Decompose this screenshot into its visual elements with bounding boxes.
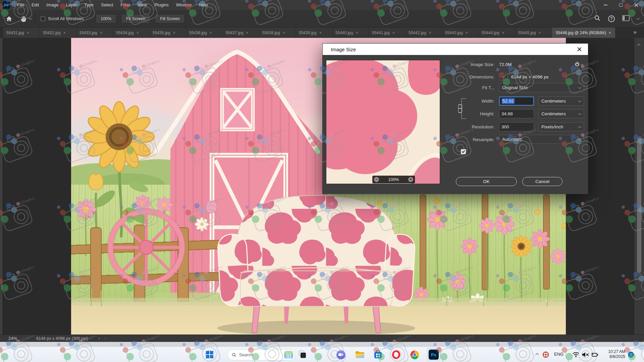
tab-close-icon[interactable]: × — [100, 31, 102, 35]
height-unit-dropdown[interactable]: Centimeters — [538, 109, 584, 118]
panel-rail — [634, 38, 644, 335]
ok-button[interactable]: OK — [456, 177, 517, 186]
cancel-button[interactable]: Cancel — [522, 177, 562, 186]
zoom-level[interactable]: 24% — [8, 336, 17, 341]
tab-close-icon[interactable]: × — [319, 31, 322, 35]
document-tab[interactable]: 55432.jpg × — [40, 27, 76, 38]
height-input[interactable]: 34.68 — [499, 109, 534, 118]
menu-item[interactable]: Layer — [62, 0, 81, 10]
resolution-unit-dropdown[interactable]: Pixels/Inch — [538, 122, 584, 131]
menu-item[interactable]: Edit — [28, 0, 43, 10]
scroll-all-windows-checkbox[interactable] — [41, 16, 45, 21]
tab-close-icon[interactable]: × — [609, 31, 611, 35]
menu-item[interactable]: File — [13, 0, 28, 10]
tab-close-icon[interactable]: × — [466, 31, 468, 35]
document-tab[interactable]: 55446.jpg @ 24% (RGB/8#) × — [552, 27, 615, 38]
workspace-icon[interactable] — [622, 15, 630, 22]
width-unit-dropdown[interactable]: Centimeters — [538, 97, 584, 106]
tab-close-icon[interactable]: × — [283, 31, 285, 35]
image-size-value: 72.0M — [499, 62, 512, 67]
tab-overflow-icon[interactable]: » — [634, 29, 637, 36]
document-tab[interactable]: 55433.jpg × — [76, 27, 113, 38]
tab-close-icon[interactable]: × — [27, 31, 29, 35]
document-tab[interactable]: 55435.jpg × — [150, 27, 186, 38]
wifi-icon[interactable] — [571, 350, 581, 360]
collapse-panel-icon[interactable] — [638, 42, 640, 48]
svg-text:AxGraph-ir: AxGraph-ir — [581, 198, 600, 206]
tab-close-icon[interactable]: × — [63, 31, 66, 35]
fit-to-dropdown[interactable]: Original Size — [499, 83, 584, 92]
menu-item[interactable]: Plugins — [151, 0, 172, 10]
opera-button[interactable] — [391, 350, 401, 360]
zoom-100-button[interactable]: 100% — [96, 14, 116, 23]
fit-screen-button[interactable]: Fit Screen — [121, 14, 150, 23]
menu-item[interactable]: Filter — [117, 0, 134, 10]
fill-screen-button[interactable]: Fill Screen — [155, 14, 185, 23]
menu-item[interactable]: Select — [97, 0, 117, 10]
document-tab[interactable]: 55442.jpg × — [406, 27, 442, 38]
scrollbar-thumb[interactable] — [637, 137, 641, 273]
photoshop-taskbar-button[interactable]: Ps — [429, 350, 439, 360]
document-tab[interactable]: 55439.jpg × — [296, 27, 332, 38]
notification-badge[interactable]: 2 — [628, 352, 634, 358]
tab-close-icon[interactable]: × — [502, 31, 504, 35]
tray-recorder-icon[interactable] — [541, 350, 551, 360]
document-tab[interactable]: 55444.jpg × — [479, 27, 515, 38]
microsoft-store-button[interactable] — [373, 350, 383, 360]
taskbar-search[interactable]: Search — [227, 349, 295, 360]
menu-item[interactable]: Type — [80, 0, 97, 10]
tab-close-icon[interactable]: × — [392, 31, 395, 35]
document-tab[interactable]: 55445.jpg × — [515, 27, 552, 38]
tool-preset-chevron-icon[interactable] — [29, 16, 32, 20]
workspace-chevron-icon[interactable] — [637, 16, 640, 20]
minimize-button[interactable] — [598, 0, 613, 10]
volume-muted-icon[interactable] — [580, 350, 590, 360]
zoom-in-button[interactable]: + — [408, 177, 413, 182]
status-menu-arrow-icon[interactable]: › — [98, 336, 100, 341]
task-view-button[interactable] — [298, 350, 308, 360]
tab-close-icon[interactable]: × — [356, 31, 358, 35]
taskbar-clock[interactable]: 10:27 AM 8/8/2025 — [599, 349, 625, 359]
document-tab[interactable]: 55436.jpg × — [186, 27, 223, 38]
language-indicator[interactable]: ENG — [554, 352, 564, 357]
tab-close-icon[interactable]: × — [173, 31, 175, 35]
home-icon[interactable] — [5, 15, 13, 22]
dialog-options-gear-icon[interactable] — [574, 62, 583, 67]
close-window-button[interactable] — [629, 0, 644, 10]
maximize-button[interactable] — [613, 0, 629, 10]
document-tab[interactable]: 55440.jpg × — [332, 27, 369, 38]
tab-close-icon[interactable]: × — [246, 31, 249, 35]
tab-close-icon[interactable]: × — [429, 31, 431, 35]
chat-app-button[interactable] — [336, 350, 346, 360]
battery-icon[interactable] — [590, 350, 600, 360]
dialog-close-button[interactable] — [574, 44, 585, 55]
document-tab[interactable]: 55431.jpg × — [3, 27, 40, 38]
dialog-title-bar[interactable]: Image Size — [323, 44, 588, 55]
document-tab[interactable]: 55438.jpg × — [259, 27, 296, 38]
dimensions-unit-dropdown[interactable] — [499, 73, 508, 80]
zoom-out-button[interactable]: − — [374, 177, 379, 182]
resolution-input[interactable]: 300 — [499, 122, 534, 131]
menu-item[interactable]: Image — [43, 0, 62, 10]
hand-tool-icon[interactable] — [20, 15, 27, 22]
file-explorer-button[interactable] — [355, 350, 365, 360]
document-tab[interactable]: 55443.jpg × — [442, 27, 479, 38]
tab-label: 55442.jpg — [409, 31, 426, 35]
start-button[interactable] — [205, 350, 215, 360]
menu-item[interactable]: View — [134, 0, 151, 10]
resample-checkbox[interactable] — [461, 149, 466, 154]
document-tab[interactable]: 55434.jpg × — [113, 27, 150, 38]
width-input[interactable]: 52.02 — [499, 97, 534, 106]
document-tab[interactable]: 55441.jpg × — [369, 27, 406, 38]
image-preview[interactable]: − 100% + — [326, 60, 440, 184]
menu-item[interactable]: Help — [195, 0, 212, 10]
menu-item[interactable]: Window — [172, 0, 195, 10]
resample-dropdown[interactable]: Automatic — [499, 135, 584, 144]
help-icon[interactable]: ? — [608, 15, 615, 22]
document-tab[interactable]: 55437.jpg × — [223, 27, 259, 38]
tab-close-icon[interactable]: × — [210, 31, 212, 35]
tab-close-icon[interactable]: × — [137, 31, 139, 35]
tab-close-icon[interactable]: × — [539, 31, 541, 35]
chrome-button[interactable] — [410, 350, 420, 360]
search-icon[interactable] — [594, 15, 601, 23]
